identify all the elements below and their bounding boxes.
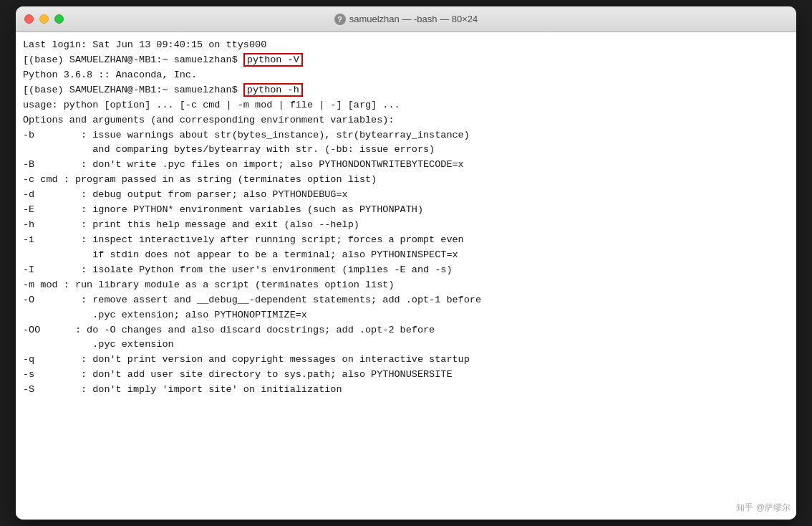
title-text: samuelzhan — -bash — 80×24 bbox=[349, 14, 478, 24]
line-8: and comparing bytes/bytearray with str. … bbox=[23, 143, 789, 158]
help-icon: ? bbox=[334, 14, 346, 25]
line-6: Options and arguments (and corresponding… bbox=[23, 113, 789, 128]
line-18: -O : remove assert and __debug__-depende… bbox=[23, 293, 789, 308]
line-10: -c cmd : program passed in as string (te… bbox=[23, 173, 789, 188]
close-button[interactable] bbox=[24, 14, 34, 24]
maximize-button[interactable] bbox=[54, 14, 64, 24]
line-19: .pyc extension; also PYTHONOPTIMIZE=x bbox=[23, 308, 789, 323]
line-16: -I : isolate Python from the user's envi… bbox=[23, 263, 789, 278]
prompt-1: [(base) SAMUELZHAN@-MB1:~ samuelzhan$ bbox=[23, 54, 243, 65]
line-15: if stdin does not appear to be a termina… bbox=[23, 248, 789, 263]
line-5: usage: python [option] ... [-c cmd | -m … bbox=[23, 98, 789, 113]
line-13: -h : print this help message and exit (a… bbox=[23, 218, 789, 233]
watermark: 知乎 @萨缪尔 bbox=[736, 502, 791, 514]
line-4: [(base) SAMUELZHAN@-MB1:~ samuelzhan$ py… bbox=[23, 83, 789, 98]
line-22: -q : don't print version and copyright m… bbox=[23, 353, 789, 368]
line-2: [(base) SAMUELZHAN@-MB1:~ samuelzhan$ py… bbox=[23, 53, 789, 68]
cmd2-highlight: python -h bbox=[243, 83, 303, 97]
line-9: -B : don't write .pyc files on import; a… bbox=[23, 158, 789, 173]
minimize-button[interactable] bbox=[39, 14, 49, 24]
terminal-wrapper: Last login: Sat Jun 13 09:40:15 on ttys0… bbox=[16, 32, 796, 520]
titlebar: ? samuelzhan — -bash — 80×24 bbox=[16, 6, 796, 32]
line-1: Last login: Sat Jun 13 09:40:15 on ttys0… bbox=[23, 38, 789, 53]
terminal-window: ? samuelzhan — -bash — 80×24 Last login:… bbox=[16, 6, 796, 520]
window-title: ? samuelzhan — -bash — 80×24 bbox=[334, 14, 478, 25]
python-version: Python 3.6.8 :: Anaconda, Inc. bbox=[23, 70, 197, 80]
last-login-text: Last login: Sat Jun 13 09:40:15 on ttys0… bbox=[23, 39, 266, 50]
traffic-lights bbox=[24, 14, 64, 24]
line-21: .pyc extension bbox=[23, 338, 789, 353]
prompt-2: [(base) SAMUELZHAN@-MB1:~ samuelzhan$ bbox=[23, 85, 243, 95]
cmd1-highlight: python -V bbox=[243, 53, 303, 67]
line-11: -d : debug output from parser; also PYTH… bbox=[23, 188, 789, 203]
line-12: -E : ignore PYTHON* environment variable… bbox=[23, 203, 789, 218]
line-14: -i : inspect interactively after running… bbox=[23, 233, 789, 248]
line-24: -S : don't imply 'import site' on initia… bbox=[23, 383, 789, 398]
line-20: -OO : do -O changes and also discard doc… bbox=[23, 323, 789, 338]
line-23: -s : don't add user site directory to sy… bbox=[23, 368, 789, 383]
line-3: Python 3.6.8 :: Anaconda, Inc. bbox=[23, 68, 789, 83]
terminal-body[interactable]: Last login: Sat Jun 13 09:40:15 on ttys0… bbox=[16, 32, 796, 520]
line-17: -m mod : run library module as a script … bbox=[23, 278, 789, 293]
line-7: -b : issue warnings about str(bytes_inst… bbox=[23, 128, 789, 143]
